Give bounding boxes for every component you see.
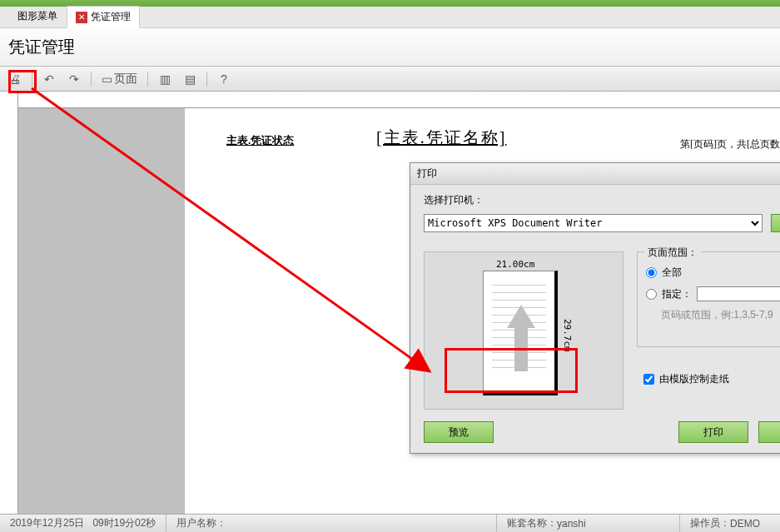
page-label: 页面 [114, 72, 137, 87]
document-page: 主表.凭证状态 [主表.凭证名称] 第[页码]页，共[总页数 [主表.备注 [主… [185, 108, 780, 514]
status-operator: 操作员：DEMO [680, 515, 780, 532]
template-label: 由模版控制走纸 [659, 372, 729, 386]
dialog-title: 打印 [417, 167, 437, 181]
undo-button[interactable]: ↶ [39, 70, 59, 88]
up-arrow-icon [507, 305, 535, 371]
page-range-group: 页面范围： 全部 指定： 页码或范围，例:1,3,5-7,9 [637, 251, 780, 347]
layout-button-1[interactable]: ▥ [155, 70, 175, 88]
status-bar: 2019年12月25日 09时19分02秒 用户名称： 账套名称：yanshi … [0, 514, 780, 532]
close-icon[interactable]: ✕ [76, 12, 87, 23]
template-control-check[interactable]: 由模版控制走纸 [643, 372, 729, 386]
printer-select[interactable]: Microsoft XPS Document Writer [424, 214, 763, 232]
status-account: 账套名称：yanshi [497, 515, 680, 532]
page-title: 凭证管理 [8, 36, 75, 58]
paper-height: 29.7cm [562, 319, 573, 352]
printer-label: 选择打印机： [424, 193, 780, 207]
help-button[interactable]: ? [214, 70, 234, 88]
tab-graphics-menu[interactable]: 图形菜单 [8, 5, 67, 27]
voucher-title: [主表.凭证名称] [376, 127, 506, 149]
voucher-status: 主表.凭证状态 [226, 133, 294, 148]
tab-voucher-mgmt[interactable]: ✕ 凭证管理 [67, 6, 140, 28]
tab-bar: 图形菜单 ✕ 凭证管理 [0, 7, 780, 28]
ruler-vertical [0, 92, 18, 514]
layout-button-2[interactable]: ▤ [180, 70, 200, 88]
tab-label: 凭证管理 [91, 10, 131, 24]
paper-width: 21.00cm [496, 259, 534, 270]
preview-button[interactable]: 预览 [424, 421, 494, 443]
print-button[interactable]: 打印 [678, 421, 748, 443]
paper-icon [483, 271, 558, 395]
range-specify-label: 指定： [662, 287, 692, 301]
range-legend: 页面范围： [644, 246, 701, 260]
content-area: 主表.凭证状态 [主表.凭证名称] 第[页码]页，共[总页数 [主表.备注 [主… [0, 92, 780, 514]
toolbar: 🖨 ↶ ↷ ▭页面 ▥ ▤ ? [0, 67, 780, 92]
redo-button[interactable]: ↷ [64, 70, 84, 88]
page-setup-button[interactable]: ▭页面 [98, 70, 141, 88]
properties-button[interactable]: 属性(P).. [771, 214, 780, 232]
cancel-button[interactable]: 取消 [758, 421, 780, 443]
print-button[interactable]: 🖨 [5, 70, 25, 88]
separator [147, 72, 148, 87]
dialog-body: 选择打印机： Microsoft XPS Document Writer 属性(… [410, 185, 780, 453]
tab-label: 图形菜单 [17, 9, 57, 23]
paper-preview: 21.00cm 29.7cm [424, 251, 624, 410]
range-input[interactable] [697, 286, 780, 301]
page-gutter [18, 108, 185, 514]
separator [32, 72, 32, 87]
separator [91, 72, 92, 87]
separator [206, 72, 207, 87]
template-checkbox[interactable] [643, 374, 654, 385]
status-user: 用户名称： [166, 515, 497, 532]
page-header: 凭证管理 [0, 28, 780, 67]
print-dialog: 打印 ✕ 选择打印机： Microsoft XPS Document Write… [410, 162, 780, 454]
dialog-titlebar[interactable]: 打印 ✕ [410, 163, 780, 185]
range-hint: 页码或范围，例:1,3,5-7,9 [661, 308, 780, 322]
dialog-buttons: 预览 打印 取消 [424, 421, 780, 443]
range-all-radio[interactable] [646, 267, 657, 278]
ruler-horizontal [18, 92, 780, 108]
range-specify-radio[interactable] [646, 289, 657, 300]
page-info: 第[页码]页，共[总页数 [680, 137, 780, 152]
range-all-label: 全部 [662, 266, 682, 280]
status-date: 2019年12月25日 09时19分02秒 [0, 515, 166, 532]
